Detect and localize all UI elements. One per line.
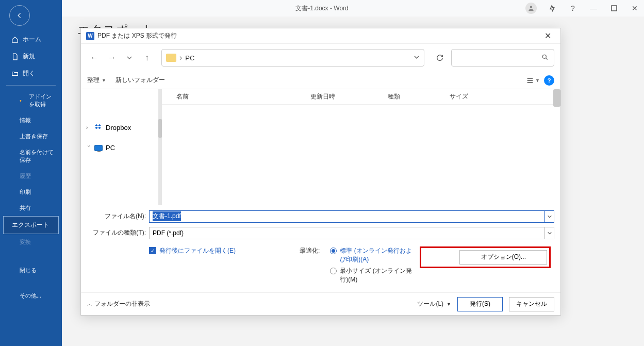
sidebar-item-share[interactable]: 共有 bbox=[0, 200, 62, 216]
dialog-close-button[interactable]: ✕ bbox=[540, 28, 555, 44]
tree-label: PC bbox=[106, 144, 115, 152]
notify-icon[interactable] bbox=[547, 3, 557, 13]
sidebar-item-info[interactable]: 情報 bbox=[0, 112, 62, 128]
radio-standard[interactable]: 標準 (オンライン発行および印刷)(A) bbox=[330, 246, 412, 264]
sidebar-item-saveas[interactable]: 名前を付けて保存 bbox=[0, 144, 62, 168]
dialog-nav: ← → ↑ › PC bbox=[81, 44, 560, 72]
sidebar-label: 履歴 bbox=[20, 172, 31, 180]
col-kind[interactable]: 種類 bbox=[388, 92, 450, 101]
folders-toggle[interactable]: ︿ フォルダーの非表示 bbox=[87, 300, 150, 308]
checkbox-icon: ✓ bbox=[149, 247, 156, 254]
refresh-button[interactable] bbox=[432, 50, 448, 66]
organize-label: 整理 bbox=[87, 76, 100, 85]
pc-icon bbox=[94, 145, 103, 151]
sidebar-label: エクスポート bbox=[12, 221, 49, 229]
filename-label: ファイル名(N): bbox=[87, 212, 149, 221]
close-icon[interactable]: ✕ bbox=[630, 3, 640, 13]
folder-icon bbox=[166, 54, 176, 62]
maximize-icon[interactable] bbox=[609, 3, 619, 13]
tree-pane: › Dropbox › PC bbox=[81, 89, 158, 205]
sidebar-item-other[interactable]: その他... bbox=[0, 288, 62, 304]
dialog-toolbar: 整理 ▼ 新しいフォルダー ▼ ? bbox=[81, 72, 560, 89]
svg-point-0 bbox=[530, 6, 533, 8]
breadcrumb[interactable]: › PC bbox=[161, 49, 424, 67]
sidebar-item-print[interactable]: 印刷 bbox=[0, 184, 62, 200]
sidebar-label: 共有 bbox=[20, 204, 31, 212]
dialog-bottom: ファイル名(N): 文書-1.pdf ファイルの種類(T): PDF (*.pd… bbox=[81, 205, 560, 292]
nav-up-button[interactable]: ↑ bbox=[140, 51, 154, 65]
sidebar-item-export[interactable]: エクスポート bbox=[3, 216, 59, 234]
sidebar-item-open[interactable]: 開く bbox=[0, 65, 62, 82]
checkbox-label: 発行後にファイルを開く(E) bbox=[159, 246, 236, 255]
view-mode-button[interactable]: ▼ bbox=[526, 76, 540, 85]
chevron-down-icon[interactable]: › bbox=[86, 145, 92, 151]
organize-button[interactable]: 整理 ▼ bbox=[87, 76, 106, 85]
radio-minimum[interactable]: 最小サイズ (オンライン発行)(M) bbox=[330, 267, 412, 284]
back-button[interactable] bbox=[9, 5, 30, 26]
dialog-footer: ︿ フォルダーの非表示 ツール(L) ▼ 発行(S) キャンセル bbox=[81, 292, 560, 315]
open-after-checkbox[interactable]: ✓ 発行後にファイルを開く(E) bbox=[149, 246, 236, 255]
filename-input[interactable]: 文書-1.pdf bbox=[149, 210, 545, 223]
splitter[interactable] bbox=[158, 89, 162, 205]
save-dialog: W PDF または XPS 形式で発行 ✕ ← → ↑ › PC 整理 ▼ 新し… bbox=[80, 28, 561, 316]
chevron-right-icon[interactable]: › bbox=[86, 125, 91, 130]
sidebar-item-save[interactable]: 上書き保存 bbox=[0, 128, 62, 144]
search-input[interactable] bbox=[451, 49, 554, 67]
nav-forward-button[interactable]: → bbox=[105, 51, 119, 65]
sidebar-item-history: 履歴 bbox=[0, 168, 62, 184]
window-titlebar: 文書-1.docx - Word ? — ✕ bbox=[0, 0, 644, 17]
dialog-title: PDF または XPS 形式で発行 bbox=[97, 31, 177, 40]
radio-label: 標準 (オンライン発行および印刷)(A) bbox=[340, 246, 412, 264]
help-icon[interactable]: ? bbox=[568, 3, 578, 13]
svg-point-2 bbox=[542, 55, 546, 58]
sidebar-item-close[interactable]: 閉じる bbox=[0, 262, 62, 278]
sidebar-label: アドインを取得 bbox=[29, 93, 55, 108]
col-date[interactable]: 更新日時 bbox=[310, 92, 388, 101]
word-icon: W bbox=[86, 32, 94, 40]
svg-rect-1 bbox=[612, 6, 617, 11]
options-button[interactable]: オプション(O)... bbox=[459, 250, 547, 265]
folder-open-icon bbox=[11, 70, 19, 77]
col-size[interactable]: サイズ bbox=[450, 92, 491, 101]
sidebar-item-transform: 変換 bbox=[0, 234, 62, 250]
filename-dropdown[interactable] bbox=[545, 210, 554, 223]
filetype-label: ファイルの種類(T): bbox=[87, 228, 149, 237]
user-avatar-icon[interactable] bbox=[525, 3, 537, 14]
sidebar-item-new[interactable]: 新規 bbox=[0, 48, 62, 65]
help-button[interactable]: ? bbox=[544, 75, 554, 86]
sidebar-label: 名前を付けて保存 bbox=[20, 149, 55, 164]
sidebar-label: 情報 bbox=[20, 117, 31, 124]
backstage-sidebar: ホーム 新規 開く アドインを取得 情報 上書き保存 名前を付けて保存 履歴 印… bbox=[0, 0, 62, 346]
publish-button[interactable]: 発行(S) bbox=[457, 297, 503, 311]
tree-item-pc[interactable]: › PC bbox=[84, 141, 155, 155]
tree-label: Dropbox bbox=[106, 124, 131, 131]
scrollbar-thumb[interactable] bbox=[553, 89, 560, 107]
tools-label: ツール(L) bbox=[417, 300, 443, 308]
col-name[interactable]: 名前 bbox=[176, 92, 310, 101]
filetype-select[interactable]: PDF (*.pdf) bbox=[149, 227, 545, 239]
sidebar-item-addins[interactable]: アドインを取得 bbox=[0, 89, 62, 112]
nav-back-button[interactable]: ← bbox=[87, 51, 102, 65]
chevron-down-icon: ▼ bbox=[447, 302, 451, 307]
sidebar-label: 変換 bbox=[20, 238, 31, 246]
cancel-button[interactable]: キャンセル bbox=[509, 297, 554, 311]
list-pane: 名前 更新日時 種類 サイズ bbox=[162, 89, 560, 205]
new-folder-button[interactable]: 新しいフォルダー bbox=[115, 76, 165, 85]
sidebar-label: 新規 bbox=[23, 52, 35, 61]
sidebar-label: ホーム bbox=[23, 35, 41, 44]
sidebar-label: 閉じる bbox=[20, 267, 37, 274]
chevron-down-icon[interactable] bbox=[414, 53, 420, 62]
chevron-down-icon: ▼ bbox=[102, 78, 106, 83]
tree-item-dropbox[interactable]: › Dropbox bbox=[84, 120, 155, 135]
minimize-icon[interactable]: — bbox=[588, 3, 599, 13]
nav-history-button[interactable] bbox=[122, 51, 137, 65]
sidebar-label: その他... bbox=[20, 292, 41, 300]
radio-label: 最小サイズ (オンライン発行)(M) bbox=[340, 267, 412, 284]
dialog-titlebar: W PDF または XPS 形式で発行 ✕ bbox=[81, 28, 560, 44]
folders-label: フォルダーの非表示 bbox=[94, 300, 150, 308]
chevron-up-icon: ︿ bbox=[87, 301, 92, 308]
filetype-dropdown[interactable] bbox=[545, 227, 554, 239]
tools-dropdown[interactable]: ツール(L) ▼ bbox=[417, 300, 451, 308]
sidebar-item-home[interactable]: ホーム bbox=[0, 31, 62, 48]
options-highlight: オプション(O)... bbox=[420, 246, 551, 268]
